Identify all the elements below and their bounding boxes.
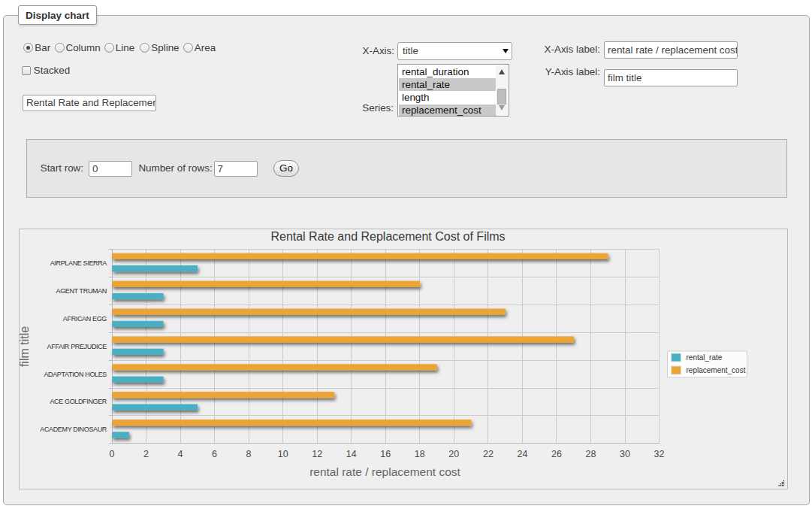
svg-text:20: 20 — [448, 449, 459, 459]
svg-text:film title: film title — [20, 326, 31, 367]
svg-text:30: 30 — [620, 449, 630, 459]
svg-text:Rental Rate and Replacement Co: Rental Rate and Replacement Cost of Film… — [270, 230, 505, 243]
svg-text:14: 14 — [346, 449, 356, 459]
svg-text:22: 22 — [482, 449, 493, 459]
svg-text:rental_rate: rental_rate — [686, 353, 722, 362]
svg-text:8: 8 — [246, 449, 251, 459]
svg-text:AGENT TRUMAN: AGENT TRUMAN — [56, 287, 106, 295]
svg-text:AFFAIR PREJUDICE: AFFAIR PREJUDICE — [47, 343, 107, 350]
svg-text:12: 12 — [312, 449, 322, 459]
svg-text:AFRICAN EGG: AFRICAN EGG — [62, 315, 107, 323]
svg-text:AIRPLANE SIERRA: AIRPLANE SIERRA — [50, 259, 107, 267]
svg-text:4: 4 — [177, 449, 183, 459]
svg-text:ADAPTATION HOLES: ADAPTATION HOLES — [44, 371, 107, 378]
svg-text:rental rate / replacement cost: rental rate / replacement cost — [309, 465, 460, 478]
svg-text:28: 28 — [585, 449, 596, 459]
svg-text:ACADEMY DINOSAUR: ACADEMY DINOSAUR — [40, 426, 107, 433]
svg-text:10: 10 — [277, 449, 288, 459]
svg-text:ACE GOLDFINGER: ACE GOLDFINGER — [50, 398, 107, 405]
svg-text:0: 0 — [109, 449, 114, 459]
svg-text:6: 6 — [212, 449, 217, 459]
svg-text:16: 16 — [380, 449, 391, 459]
svg-text:2: 2 — [143, 449, 149, 459]
svg-text:32: 32 — [654, 449, 664, 459]
svg-text:18: 18 — [414, 449, 424, 459]
svg-text:replacement_cost: replacement_cost — [686, 366, 745, 374]
svg-text:26: 26 — [551, 449, 561, 459]
svg-text:24: 24 — [517, 449, 527, 459]
